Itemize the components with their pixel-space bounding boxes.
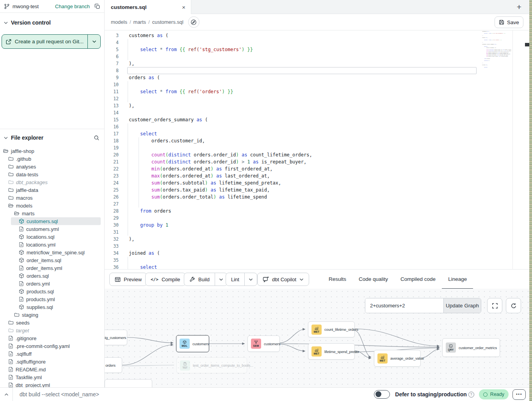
code-line[interactable]: orders.customer_id, [105, 137, 482, 144]
tree-item-products.yml[interactable]: products.yml [0, 295, 104, 303]
search-icon[interactable] [94, 135, 100, 141]
tree-item-orders.yml[interactable]: orders.yml [0, 280, 104, 287]
code-line[interactable] [105, 67, 482, 74]
lint-button[interactable]: Lint [226, 273, 257, 286]
tree-item-analyses[interactable]: analyses [0, 163, 104, 170]
tree-item-supplies.sql[interactable]: supplies.sql [0, 303, 104, 311]
tree-item-target[interactable]: target [0, 326, 104, 334]
tree-item-order_items.sql[interactable]: order_items.sql [0, 256, 104, 264]
code-line[interactable]: sum(orders.subtotal) as lifetime_spend_p… [105, 179, 482, 186]
tree-item-jaffle-shop[interactable]: jaffle-shop [0, 147, 104, 155]
code-line[interactable]: count(distinct orders.order_id) > 1 as i… [105, 158, 482, 165]
file-navigate-button[interactable] [188, 16, 199, 28]
code-line[interactable] [105, 123, 482, 130]
code-lines[interactable]: customers as ( select * from {{ ref('stg… [105, 32, 482, 269]
breadcrumb-part[interactable]: marts [133, 19, 146, 25]
tab-code-quality[interactable]: Code quality [352, 270, 394, 289]
code-line[interactable]: orders as ( [105, 74, 482, 81]
minimap[interactable]: customers as ( select * from {{ ref('stg… [482, 30, 511, 98]
tree-item-jaffle-data[interactable]: jaffle-data [0, 186, 104, 194]
tree-item-dbt_packages[interactable]: dbt_packages [0, 178, 104, 186]
compile-button[interactable]: </> Compile [145, 273, 186, 286]
tree-item-.pre-commit-config.yaml[interactable]: .pre-commit-config.yaml [0, 342, 104, 350]
code-line[interactable] [105, 200, 482, 208]
tab-compiled-code[interactable]: Compiled code [394, 270, 442, 289]
change-branch-link[interactable]: Change branch [55, 4, 90, 9]
copy-branch-icon[interactable] [94, 4, 100, 9]
lineage-selector-input[interactable] [365, 298, 443, 313]
tree-item-customers.sql[interactable]: customers.sql [0, 217, 104, 225]
tree-item-seeds[interactable]: seeds [0, 319, 104, 326]
code-line[interactable]: min(orders.ordered_at) as first_ordered_… [105, 165, 482, 172]
close-tab-icon[interactable]: × [182, 4, 185, 10]
refresh-icon[interactable] [506, 298, 521, 313]
tree-item-orders.sql[interactable]: orders.sql [0, 272, 104, 280]
tree-item-Taskfile.yml[interactable]: Taskfile.yml [0, 373, 104, 381]
preview-button[interactable]: Preview [109, 273, 147, 286]
new-tab-button[interactable]: + [514, 2, 525, 12]
lineage-node-stg_customers[interactable]: MDLstg_customers [105, 330, 127, 345]
save-button[interactable]: Save [495, 16, 523, 28]
code-line[interactable]: sum(orders.order_total) as lifetime_spen… [105, 193, 482, 200]
code-line[interactable]: ), [105, 60, 482, 67]
lineage-node-partial[interactable] [105, 379, 152, 387]
more-options-button[interactable]: ••• [512, 389, 526, 400]
version-control-header[interactable]: Version control [0, 13, 104, 26]
lineage-canvas[interactable]: MDLstg_customersMDLordersMDLcustomersTST… [105, 289, 529, 387]
lineage-node-test_order_items_compute_to_bools...[interactable]: TSTtest_order_items_compute_to_bools... [176, 357, 247, 373]
code-line[interactable]: select * from {{ ref('orders') }} [105, 88, 482, 95]
tree-item-locations.yml[interactable]: locations.yml [0, 241, 104, 248]
file-explorer-header[interactable]: File explorer [0, 129, 104, 144]
tree-item-customers.yml[interactable]: customers.yml [0, 225, 104, 233]
tab-customers-sql[interactable]: customers.sql × [105, 0, 191, 14]
tree-item-models[interactable]: models [0, 202, 104, 209]
lineage-node-average_order_value[interactable]: METaverage_order_value [374, 350, 421, 367]
code-line[interactable] [105, 109, 482, 116]
code-line[interactable]: from orders [105, 208, 482, 215]
code-line[interactable]: ), [105, 236, 482, 243]
help-icon[interactable]: ? [468, 392, 474, 397]
pr-button-caret[interactable] [87, 35, 100, 48]
defer-toggle[interactable] [374, 390, 390, 399]
code-line[interactable] [105, 257, 482, 264]
tree-item-.sqlfluffignore[interactable]: .sqlfluffignore [0, 358, 104, 366]
tree-item-order_items.yml[interactable]: order_items.yml [0, 264, 104, 272]
tab-lineage[interactable]: Lineage [442, 270, 473, 289]
code-line[interactable] [105, 53, 482, 60]
tree-item-dbt_project.yml[interactable]: dbt_project.yml [0, 381, 104, 387]
tree-item-data-tests[interactable]: data-tests [0, 170, 104, 178]
fullscreen-icon[interactable] [487, 298, 502, 313]
lineage-node-customer_order_metrics[interactable]: QRYcustomer_order_metrics [442, 338, 500, 357]
code-line[interactable] [105, 81, 482, 88]
code-line[interactable]: ), [105, 102, 482, 109]
lineage-node-count_lifetime_orders[interactable]: METcount_lifetime_orders [308, 321, 355, 337]
collapse-panel-button[interactable] [0, 388, 13, 401]
tree-item-.github[interactable]: .github [0, 155, 104, 163]
code-line[interactable] [105, 243, 482, 250]
command-input[interactable]: dbt build --select <model_name> [20, 391, 99, 397]
lineage-node-customers[interactable]: MDLcustomers [176, 335, 209, 352]
code-line[interactable]: group by 1 [105, 222, 482, 229]
lineage-node-lifetime_spend_pretax[interactable]: METlifetime_spend_pretax [308, 343, 355, 360]
tree-item-locations.sql[interactable]: locations.sql [0, 233, 104, 241]
tab-results[interactable]: Results [322, 270, 352, 289]
code-line[interactable] [105, 215, 482, 222]
code-line[interactable] [105, 229, 482, 236]
code-line[interactable] [105, 144, 482, 151]
code-line[interactable] [105, 95, 482, 102]
code-line[interactable]: joined as ( [105, 250, 482, 257]
create-pull-request-button[interactable]: Create a pull request on Git... [2, 34, 101, 49]
code-line[interactable]: customer_orders_summary as ( [105, 116, 482, 123]
update-graph-button[interactable]: Update Graph [443, 298, 481, 313]
tree-item-staging[interactable]: staging [0, 311, 104, 319]
code-line[interactable]: select [105, 264, 482, 269]
code-line[interactable]: max(orders.ordered_at) as last_ordered_a… [105, 172, 482, 179]
code-line[interactable]: select * from {{ ref('stg_customers') }} [105, 46, 482, 53]
breadcrumb-part[interactable]: models [111, 19, 127, 25]
code-line[interactable]: count(distinct orders.order_id) as count… [105, 151, 482, 158]
lint-caret[interactable] [244, 273, 257, 286]
code-line[interactable] [105, 39, 482, 46]
code-line[interactable]: select [105, 130, 482, 137]
tree-item-macros[interactable]: macros [0, 194, 104, 202]
code-line[interactable]: customers as ( [105, 32, 482, 39]
